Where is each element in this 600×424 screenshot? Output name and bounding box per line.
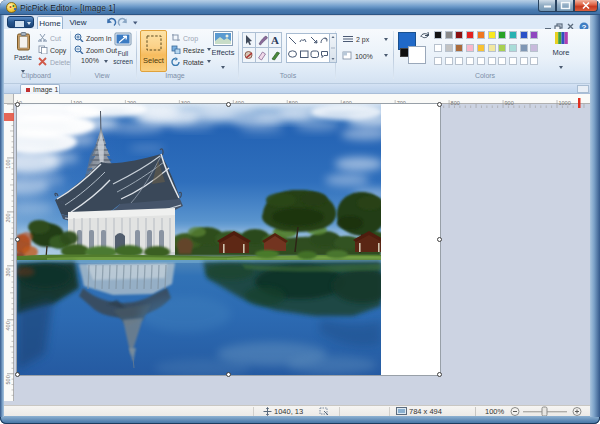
svg-text:400: 400	[5, 321, 11, 330]
svg-text:800: 800	[451, 100, 460, 106]
svg-text:1000: 1000	[559, 100, 571, 106]
svg-text:200: 200	[5, 213, 11, 222]
svg-text:900: 900	[505, 100, 514, 106]
svg-text:100: 100	[5, 159, 11, 168]
svg-text:300: 300	[5, 267, 11, 276]
svg-text:500: 500	[5, 375, 11, 384]
svg-text:A: A	[271, 34, 279, 46]
